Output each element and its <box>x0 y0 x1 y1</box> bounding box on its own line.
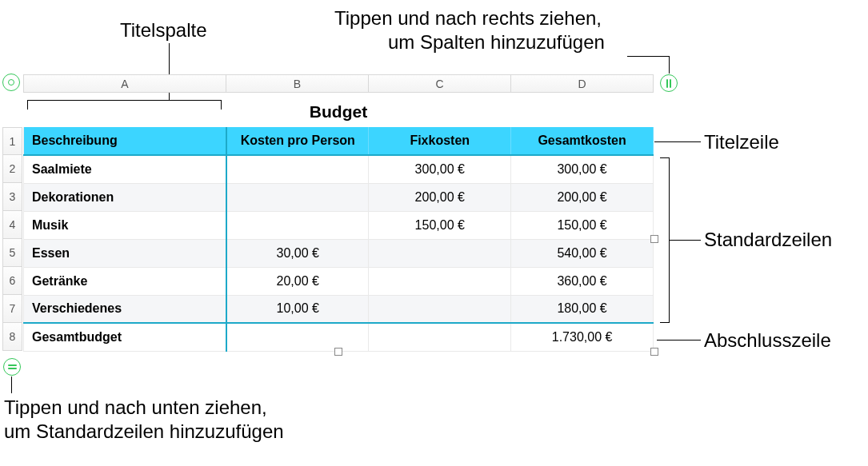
cell-per-person[interactable]: 30,00 € <box>226 239 369 267</box>
selection-handle-bottom-mid[interactable] <box>334 348 342 356</box>
header-per-person[interactable]: Kosten pro Person <box>226 127 369 155</box>
header-total[interactable]: Gesamtkosten <box>511 127 654 155</box>
cell-fixed[interactable] <box>369 267 511 295</box>
cell-fixed[interactable] <box>369 295 511 323</box>
cell-desc[interactable]: Getränke <box>24 267 227 295</box>
cell-total[interactable]: 360,00 € <box>511 267 654 295</box>
callout-header-row: Titelzeile <box>704 130 779 154</box>
cell-desc[interactable]: Essen <box>24 239 227 267</box>
footer-row: Gesamtbudget 1.730,00 € <box>24 323 654 351</box>
callout-line-drag-right-h <box>627 56 670 57</box>
table-row: Essen 30,00 € 540,00 € <box>24 239 654 267</box>
callout-drag-down-line2: um Standardzeilen hinzuzufügen <box>4 420 284 444</box>
row-header-6[interactable]: 6 <box>2 267 22 295</box>
callout-line-body-rows <box>670 240 701 241</box>
data-table: Beschreibung Kosten pro Person Fixkosten… <box>23 127 654 352</box>
column-header-a[interactable]: A <box>23 74 226 93</box>
callout-title-column: Titelspalte <box>120 18 207 42</box>
table-title[interactable]: Budget <box>23 102 654 121</box>
add-row-handle[interactable] <box>3 358 21 376</box>
row-header-2[interactable]: 2 <box>2 155 22 183</box>
row-header-7[interactable]: 7 <box>2 295 22 323</box>
callout-line-drag-right-v <box>669 57 670 74</box>
callout-line-footer-row <box>657 340 701 341</box>
bracket-body-rows <box>660 157 670 323</box>
cell-desc[interactable]: Gesamtbudget <box>24 323 227 351</box>
cell-desc[interactable]: Dekorationen <box>24 183 227 211</box>
cell-per-person[interactable] <box>226 155 369 183</box>
column-headers: A B C D <box>23 74 654 93</box>
selection-handle-bottom-right[interactable] <box>650 348 658 356</box>
table-row: Saalmiete 300,00 € 300,00 € <box>24 155 654 183</box>
cell-desc[interactable]: Verschiedenes <box>24 295 227 323</box>
callout-footer-row: Abschlusszeile <box>704 329 831 352</box>
header-desc[interactable]: Beschreibung <box>24 127 227 155</box>
row-header-5[interactable]: 5 <box>2 239 22 267</box>
callout-line-header-row <box>654 141 701 142</box>
cell-fixed[interactable]: 200,00 € <box>369 183 511 211</box>
column-header-b[interactable]: B <box>226 74 369 93</box>
cell-total[interactable]: 180,00 € <box>511 295 654 323</box>
table-origin-handle[interactable] <box>2 74 20 91</box>
cell-per-person[interactable] <box>226 211 369 239</box>
cell-total[interactable]: 1.730,00 € <box>511 323 654 351</box>
selection-handle-right-mid[interactable] <box>650 235 658 243</box>
cell-per-person[interactable] <box>226 183 369 211</box>
row-header-3[interactable]: 3 <box>2 183 22 211</box>
callout-drag-right-line2: um Spalten hinzuzufügen <box>388 30 605 54</box>
table-row: Verschiedenes 10,00 € 180,00 € <box>24 295 654 323</box>
header-row: Beschreibung Kosten pro Person Fixkosten… <box>24 127 654 155</box>
callout-drag-down-line1: Tippen und nach unten ziehen, <box>4 396 267 420</box>
row-header-4[interactable]: 4 <box>2 211 22 239</box>
header-fixed[interactable]: Fixkosten <box>369 127 511 155</box>
cell-desc[interactable]: Saalmiete <box>24 155 227 183</box>
add-column-handle[interactable] <box>660 74 678 92</box>
callout-drag-right-line1: Tippen und nach rechts ziehen, <box>334 6 602 30</box>
cell-per-person[interactable]: 20,00 € <box>226 267 369 295</box>
cell-fixed[interactable]: 300,00 € <box>369 155 511 183</box>
column-header-d[interactable]: D <box>511 74 654 93</box>
cell-fixed[interactable] <box>369 239 511 267</box>
column-header-c[interactable]: C <box>369 74 511 93</box>
row-header-1[interactable]: 1 <box>2 127 22 155</box>
cell-total[interactable]: 540,00 € <box>511 239 654 267</box>
cell-desc[interactable]: Musik <box>24 211 227 239</box>
cell-fixed[interactable] <box>369 323 511 351</box>
row-headers: 1 2 3 4 5 6 7 8 <box>2 127 22 351</box>
table-row: Musik 150,00 € 150,00 € <box>24 211 654 239</box>
row-header-8[interactable]: 8 <box>2 323 22 351</box>
cell-total[interactable]: 150,00 € <box>511 211 654 239</box>
table-row: Dekorationen 200,00 € 200,00 € <box>24 183 654 211</box>
callout-line-drag-down <box>11 376 12 393</box>
cell-per-person[interactable]: 10,00 € <box>226 295 369 323</box>
cell-total[interactable]: 200,00 € <box>511 183 654 211</box>
cell-per-person[interactable] <box>226 323 369 351</box>
callout-body-rows: Standardzeilen <box>704 228 832 252</box>
cell-total[interactable]: 300,00 € <box>511 155 654 183</box>
cell-fixed[interactable]: 150,00 € <box>369 211 511 239</box>
table-row: Getränke 20,00 € 360,00 € <box>24 267 654 295</box>
